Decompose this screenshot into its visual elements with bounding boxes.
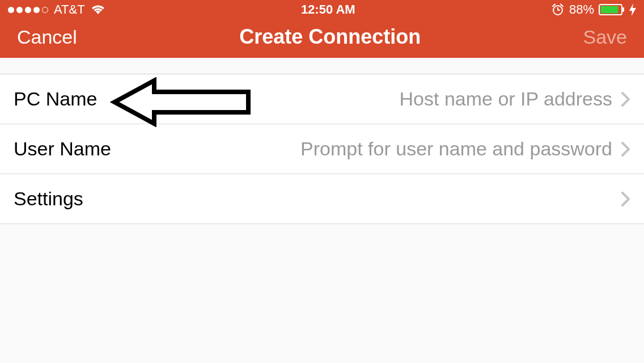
battery-icon xyxy=(599,4,625,15)
header: AT&T 12:50 AM 88% xyxy=(0,0,644,58)
save-button[interactable]: Save xyxy=(583,26,627,48)
cancel-button[interactable]: Cancel xyxy=(17,26,77,48)
alarm-icon xyxy=(551,3,565,16)
nav-bar: Cancel Create Connection Save xyxy=(0,19,644,58)
status-bar: AT&T 12:50 AM 88% xyxy=(0,0,644,19)
status-time: 12:50 AM xyxy=(301,2,355,17)
row-user-name-label: User Name xyxy=(14,138,111,160)
chevron-right-icon xyxy=(621,192,630,206)
svg-rect-6 xyxy=(600,6,618,14)
svg-line-4 xyxy=(561,5,563,7)
row-user-name-value: Prompt for user name and password xyxy=(300,138,612,160)
chevron-right-icon xyxy=(621,142,630,157)
status-right: 88% xyxy=(551,2,636,17)
status-left: AT&T xyxy=(8,2,105,17)
settings-list: PC Name Host name or IP address User Nam… xyxy=(0,74,644,224)
row-settings-label: Settings xyxy=(14,188,83,210)
row-pc-name-value: Host name or IP address xyxy=(400,88,612,110)
signal-strength-icon xyxy=(8,7,48,13)
row-settings[interactable]: Settings xyxy=(0,174,644,224)
content-area: PC Name Host name or IP address User Nam… xyxy=(0,58,644,224)
battery-percent: 88% xyxy=(569,2,594,17)
chevron-right-icon xyxy=(621,92,630,107)
charging-bolt-icon xyxy=(629,3,636,16)
page-title: Create Connection xyxy=(239,25,421,49)
wifi-icon xyxy=(91,4,105,15)
row-user-name[interactable]: User Name Prompt for user name and passw… xyxy=(0,124,644,174)
row-pc-name[interactable]: PC Name Host name or IP address xyxy=(0,74,644,124)
svg-line-3 xyxy=(553,5,555,7)
svg-rect-7 xyxy=(622,7,624,12)
carrier-label: AT&T xyxy=(54,2,85,17)
row-pc-name-label: PC Name xyxy=(14,88,97,110)
